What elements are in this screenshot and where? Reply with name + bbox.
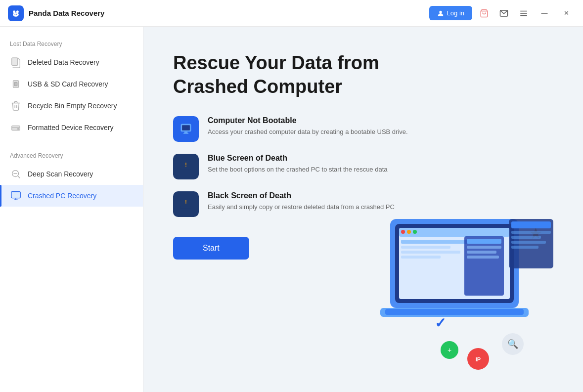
logo-icon bbox=[11, 8, 21, 18]
person-icon bbox=[437, 10, 444, 17]
blue-screen-desc: Set the boot options on the crashed PC t… bbox=[208, 165, 388, 174]
sidebar-item-deep-scan[interactable]: Deep Scan Recovery bbox=[0, 163, 143, 185]
start-button[interactable]: Start bbox=[173, 237, 249, 260]
not-bootable-text: Computer Not Bootable Access your crashe… bbox=[208, 116, 408, 137]
mail-button[interactable] bbox=[496, 5, 512, 21]
svg-point-16 bbox=[18, 129, 19, 130]
sidebar-divider bbox=[0, 138, 143, 146]
warning-dark-icon: ! bbox=[179, 197, 193, 211]
svg-rect-40 bbox=[413, 230, 417, 234]
feature-blue-screen: ! Blue Screen of Death Set the boot opti… bbox=[173, 154, 553, 179]
svg-rect-61 bbox=[511, 221, 551, 228]
close-button[interactable]: ✕ bbox=[557, 5, 575, 21]
sidebar-item-formatted-label: Formatted Device Recovery bbox=[28, 124, 114, 131]
svg-rect-42 bbox=[401, 246, 450, 249]
svg-point-3 bbox=[14, 13, 15, 14]
svg-rect-45 bbox=[464, 236, 504, 296]
black-screen-icon: ! bbox=[173, 191, 199, 217]
svg-rect-13 bbox=[14, 82, 17, 86]
sidebar-item-deep-scan-label: Deep Scan Recovery bbox=[28, 170, 93, 178]
svg-rect-26 bbox=[183, 133, 189, 134]
cart-button[interactable] bbox=[476, 5, 492, 21]
trash-icon bbox=[10, 100, 22, 112]
svg-rect-38 bbox=[401, 230, 405, 234]
svg-point-0 bbox=[13, 10, 15, 13]
pc-icon bbox=[10, 190, 22, 202]
svg-point-2 bbox=[13, 12, 19, 16]
svg-text:🔍: 🔍 bbox=[507, 339, 519, 349]
svg-rect-49 bbox=[467, 256, 499, 259]
svg-rect-14 bbox=[12, 126, 20, 130]
svg-rect-46 bbox=[467, 239, 501, 244]
svg-rect-20 bbox=[11, 192, 20, 198]
svg-line-18 bbox=[18, 176, 20, 178]
not-bootable-desc: Access your crashed computer data by cre… bbox=[208, 127, 408, 137]
cart-icon bbox=[480, 9, 489, 18]
svg-rect-24 bbox=[182, 125, 190, 131]
svg-rect-63 bbox=[511, 236, 541, 239]
app-title: Panda Data Recovery bbox=[29, 9, 429, 17]
blue-screen-title: Blue Screen of Death bbox=[208, 154, 388, 163]
sidebar-item-usb[interactable]: USB & SD Card Recovery bbox=[0, 73, 143, 95]
sidebar-item-deleted-label: Deleted Data Recovery bbox=[28, 58, 99, 66]
svg-point-4 bbox=[16, 13, 17, 14]
sidebar-item-recycle[interactable]: Recycle Bin Empty Recovery bbox=[0, 95, 143, 117]
svg-rect-47 bbox=[467, 246, 501, 249]
minimize-button[interactable]: — bbox=[536, 5, 553, 21]
svg-text:+: + bbox=[448, 346, 451, 354]
svg-rect-64 bbox=[511, 241, 546, 244]
laptop-illustration: ✓ ★ + IP 🔍 bbox=[351, 189, 563, 377]
sidebar-section-advanced: Advanced Recovery bbox=[0, 146, 143, 163]
scan-icon bbox=[10, 168, 22, 180]
sidebar-item-formatted[interactable]: Formatted Device Recovery bbox=[0, 117, 143, 138]
svg-text:✓: ✓ bbox=[435, 315, 446, 331]
sidebar-item-crashed-pc[interactable]: Crashed PC Recovery bbox=[0, 185, 143, 207]
file-icon bbox=[10, 56, 22, 68]
svg-point-5 bbox=[439, 10, 442, 13]
sidebar-section-lost-data: Lost Data Recovery bbox=[0, 35, 143, 51]
svg-text:!: ! bbox=[185, 199, 187, 205]
svg-rect-43 bbox=[401, 251, 460, 254]
blue-screen-icon: ! bbox=[173, 154, 199, 179]
blue-screen-text: Blue Screen of Death Set the boot option… bbox=[208, 154, 388, 174]
svg-point-1 bbox=[16, 10, 19, 13]
illustration: ✓ ★ + IP 🔍 bbox=[351, 189, 563, 377]
sidebar: Lost Data Recovery Deleted Data Recovery… bbox=[0, 27, 143, 392]
not-bootable-icon bbox=[173, 116, 199, 142]
svg-rect-44 bbox=[401, 256, 441, 259]
titlebar-actions: Log in — ✕ bbox=[429, 5, 575, 21]
svg-rect-39 bbox=[407, 230, 411, 234]
app-logo bbox=[8, 5, 24, 21]
login-button[interactable]: Log in bbox=[429, 6, 472, 20]
svg-text:!: ! bbox=[185, 162, 187, 168]
sidebar-item-usb-label: USB & SD Card Recovery bbox=[28, 80, 108, 88]
svg-rect-62 bbox=[511, 231, 551, 234]
menu-button[interactable] bbox=[516, 5, 532, 21]
svg-rect-65 bbox=[511, 246, 538, 249]
usb-icon bbox=[10, 78, 22, 90]
not-bootable-title: Computer Not Bootable bbox=[208, 116, 408, 125]
page-title: Rescue Your Data from Crashed Computer bbox=[173, 51, 420, 98]
svg-rect-11 bbox=[12, 58, 18, 66]
svg-rect-25 bbox=[184, 131, 188, 133]
sidebar-item-crashed-pc-label: Crashed PC Recovery bbox=[28, 192, 96, 200]
sidebar-item-deleted[interactable]: Deleted Data Recovery bbox=[0, 51, 143, 73]
svg-text:IP: IP bbox=[476, 356, 481, 362]
menu-icon bbox=[519, 9, 528, 18]
drive-icon bbox=[10, 122, 22, 133]
main-layout: Lost Data Recovery Deleted Data Recovery… bbox=[0, 27, 583, 392]
mail-icon bbox=[499, 9, 508, 18]
svg-rect-48 bbox=[467, 251, 496, 254]
feature-not-bootable: Computer Not Bootable Access your crashe… bbox=[173, 116, 553, 142]
svg-rect-51 bbox=[385, 309, 524, 315]
svg-rect-41 bbox=[401, 240, 470, 244]
titlebar: Panda Data Recovery Log in bbox=[0, 0, 583, 27]
content-area: Rescue Your Data from Crashed Computer C… bbox=[143, 27, 583, 392]
sidebar-item-recycle-label: Recycle Bin Empty Recovery bbox=[28, 102, 117, 110]
warning-blue-icon: ! bbox=[179, 160, 193, 174]
monitor-icon bbox=[179, 122, 193, 136]
svg-rect-28 bbox=[181, 169, 191, 171]
svg-rect-31 bbox=[181, 207, 191, 209]
